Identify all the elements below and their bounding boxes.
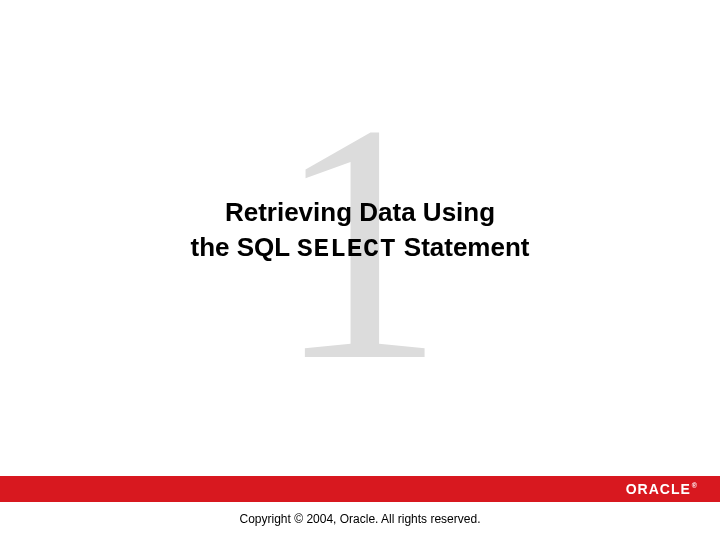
title-line-2-suffix: Statement	[397, 232, 530, 262]
footer-bar: ORACLE®	[0, 476, 720, 502]
logo-text: ORACLE	[626, 481, 691, 497]
logo-registered-icon: ®	[692, 482, 698, 489]
title-line-1: Retrieving Data Using	[0, 195, 720, 230]
title-line-2-prefix: the SQL	[191, 232, 297, 262]
oracle-logo: ORACLE®	[626, 481, 698, 497]
title-line-2: the SQL SELECT Statement	[0, 230, 720, 267]
title-line-2-mono: SELECT	[297, 234, 397, 264]
slide-title: Retrieving Data Using the SQL SELECT Sta…	[0, 195, 720, 267]
copyright-text: Copyright © 2004, Oracle. All rights res…	[0, 512, 720, 526]
